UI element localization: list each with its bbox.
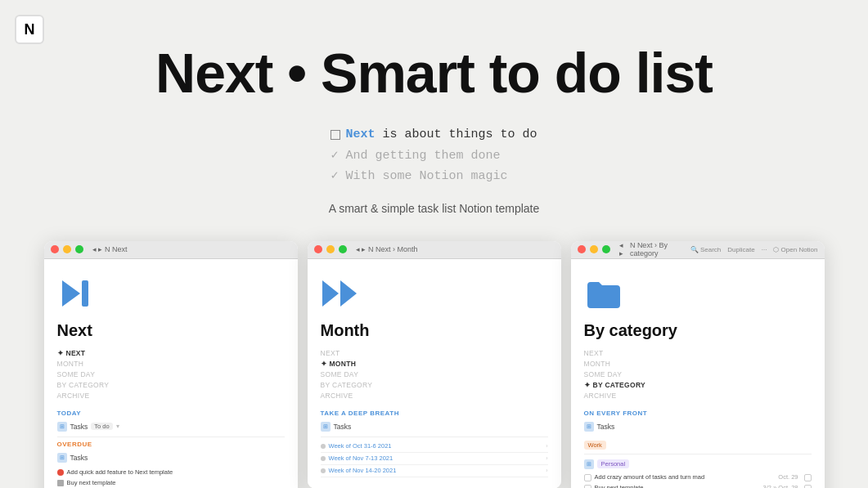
week-item-3: Week of Nov 14-20 2021 › bbox=[321, 465, 548, 477]
nav-item-category-c[interactable]: ✦ BY CATEGORY bbox=[584, 380, 812, 391]
dot-yellow-3 bbox=[590, 245, 598, 253]
nav-category: NEXT MONTH SOME DAY ✦ BY CATEGORY ARCHIV… bbox=[584, 348, 812, 401]
titlebar-path-next: ◂ ▸ N Next bbox=[92, 245, 291, 253]
more-button[interactable]: ··· bbox=[762, 246, 767, 253]
overdue-db-row: ⊞ Tasks bbox=[57, 451, 285, 464]
nav-next: ✦ NEXT MONTH SOME DAY BY CATEGORY ARCHIV… bbox=[57, 348, 285, 401]
nav-item-next[interactable]: ✦ NEXT bbox=[57, 348, 285, 359]
every-front-db-row: ⊞ Tasks bbox=[584, 420, 812, 433]
checkbox-icon bbox=[331, 130, 340, 140]
nav-item-someday-m[interactable]: SOME DAY bbox=[321, 369, 548, 380]
dot-red-3 bbox=[578, 245, 586, 253]
titlebar-path-category: ◂ ▸ N Next › By category bbox=[619, 241, 686, 257]
week-item-2: Week of Nov 7-13 2021 › bbox=[321, 453, 548, 465]
dot-red bbox=[51, 245, 59, 253]
nav-item-archive-c[interactable]: ARCHIVE bbox=[584, 391, 812, 401]
nav-item-month-m[interactable]: ✦ MONTH bbox=[321, 359, 548, 369]
dot-green-3 bbox=[602, 245, 610, 253]
task-list-next: Add quick add feature to Next template B… bbox=[57, 468, 285, 489]
month-section: TAKE A DEEP BREATH ⊞ Tasks bbox=[321, 410, 548, 433]
checkbox-task-1 bbox=[584, 474, 591, 481]
notion-logo-icon: N bbox=[15, 15, 44, 44]
nav-item-category[interactable]: BY CATEGORY bbox=[57, 380, 285, 391]
subtitle-highlight: Next is about things to do bbox=[345, 124, 537, 146]
open-notion-button[interactable]: ⬡ Open Notion bbox=[773, 246, 817, 253]
today-section: TODAY ⊞ Tasks To do ▾ bbox=[57, 410, 285, 433]
every-front-label: ON EVERY FRONT bbox=[584, 410, 812, 417]
personal-section: ⊞ Personal Add crazy amount of tasks and… bbox=[584, 459, 812, 489]
week-bullet-2 bbox=[321, 456, 326, 461]
todo-tag: To do bbox=[91, 423, 112, 430]
titlebar-category: ◂ ▸ N Next › By category 🔍 Search Duplic… bbox=[571, 241, 825, 259]
today-label: TODAY bbox=[57, 410, 285, 417]
nav-item-archive[interactable]: ARCHIVE bbox=[57, 391, 285, 401]
nav-item-category-m[interactable]: BY CATEGORY bbox=[321, 380, 548, 391]
nav-item-next-c[interactable]: NEXT bbox=[584, 348, 812, 359]
titlebar-actions: 🔍 Search Duplicate ··· ⬡ Open Notion bbox=[690, 246, 818, 253]
nav-item-month[interactable]: MONTH bbox=[57, 359, 285, 369]
dot-red-2 bbox=[314, 245, 322, 253]
duplicate-button[interactable]: Duplicate bbox=[727, 246, 754, 253]
svg-marker-3 bbox=[340, 280, 357, 307]
svg-marker-2 bbox=[322, 280, 339, 307]
nav-item-someday-c[interactable]: SOME DAY bbox=[584, 369, 812, 380]
window-next-title: Next bbox=[57, 321, 285, 340]
week-item-1: Week of Oct 31-6 2021 › bbox=[321, 441, 548, 453]
month-db-icon: ⊞ bbox=[321, 422, 331, 432]
personal-db-icon: ⊞ bbox=[584, 459, 594, 469]
overdue-section: OVERDUE ⊞ Tasks Add quick add feature to… bbox=[57, 441, 285, 489]
search-button[interactable]: 🔍 Search bbox=[690, 246, 722, 253]
work-tag: Work bbox=[584, 441, 606, 450]
nav-month: NEXT ✦ MONTH SOME DAY BY CATEGORY ARCHIV… bbox=[321, 348, 548, 401]
subtitle-line3: ✓ With some Notion magic bbox=[331, 166, 537, 187]
window-content-month: Month NEXT ✦ MONTH SOME DAY BY CATEGORY … bbox=[308, 259, 561, 489]
tasks-db-icon: ⊞ bbox=[57, 422, 67, 432]
today-db-row: ⊞ Tasks To do ▾ bbox=[57, 420, 285, 433]
task-item-1: Add quick add feature to Next template bbox=[57, 468, 285, 478]
titlebar-path-month: ◂ ▸ N Next › Month bbox=[356, 245, 555, 253]
svg-rect-1 bbox=[82, 280, 88, 307]
check-1 bbox=[804, 474, 812, 481]
weeks-list: Week of Oct 31-6 2021 › Week of Nov 7-13… bbox=[321, 441, 548, 477]
cat-task-item-1: Add crazy amount of tasks and turn mad O… bbox=[584, 472, 812, 483]
bullet-bar-icon bbox=[57, 480, 64, 486]
month-db-row: ⊞ Tasks bbox=[321, 420, 548, 433]
tagline: A smart & simple task list Notion templa… bbox=[329, 202, 540, 215]
check-2 bbox=[804, 485, 812, 488]
dot-yellow bbox=[63, 245, 71, 253]
dot-green-2 bbox=[339, 245, 347, 253]
every-front-section: ON EVERY FRONT ⊞ Tasks Work bbox=[584, 410, 812, 450]
nav-item-next-m[interactable]: NEXT bbox=[321, 348, 548, 359]
skip-forward-icon bbox=[57, 274, 97, 313]
checkbox-task-2 bbox=[584, 485, 591, 488]
nav-item-archive-m[interactable]: ARCHIVE bbox=[321, 391, 548, 401]
subtitle-line2: ✓ And getting them done bbox=[331, 146, 537, 167]
week-bullet-1 bbox=[321, 444, 326, 449]
subtitle-block: Next is about things to do ✓ And getting… bbox=[331, 124, 537, 187]
folder-icon bbox=[584, 274, 623, 313]
window-content-next: Next ✦ NEXT MONTH SOME DAY BY CATEGORY A… bbox=[44, 259, 298, 489]
overdue-label: OVERDUE bbox=[57, 441, 285, 448]
task-list-category: Add crazy amount of tasks and turn mad O… bbox=[584, 472, 812, 489]
nav-item-someday[interactable]: SOME DAY bbox=[57, 369, 285, 380]
dot-yellow-2 bbox=[326, 245, 335, 253]
window-category-title: By category bbox=[584, 321, 812, 340]
page-wrapper: N Next • Smart to do list Next is about … bbox=[0, 0, 868, 488]
page-title: Next • Smart to do list bbox=[155, 41, 713, 105]
bullet-red-icon bbox=[57, 469, 64, 476]
week-bullet-3 bbox=[321, 468, 326, 473]
window-month-title: Month bbox=[321, 321, 548, 340]
personal-tag: Personal bbox=[597, 459, 630, 468]
titlebar-month: ◂ ▸ N Next › Month bbox=[308, 241, 561, 259]
screenshot-window-next: ◂ ▸ N Next Next ✦ NEXT MONTH SOME D bbox=[44, 241, 298, 489]
screenshots-row: ◂ ▸ N Next Next ✦ NEXT MONTH SOME D bbox=[0, 241, 868, 489]
overdue-db-icon: ⊞ bbox=[57, 453, 67, 463]
cat-task-item-2: Buy next template 3/2 » Oct. 28 bbox=[584, 483, 812, 489]
breathe-label: TAKE A DEEP BREATH bbox=[321, 410, 548, 417]
screenshot-window-category: ◂ ▸ N Next › By category 🔍 Search Duplic… bbox=[571, 241, 825, 489]
window-content-category: By category NEXT MONTH SOME DAY ✦ BY CAT… bbox=[571, 259, 825, 489]
nav-item-month-c[interactable]: MONTH bbox=[584, 359, 812, 369]
screenshot-window-month: ◂ ▸ N Next › Month Month NEXT ✦ MONTH bbox=[308, 241, 561, 489]
svg-marker-0 bbox=[62, 280, 80, 307]
category-db-icon: ⊞ bbox=[584, 422, 594, 432]
